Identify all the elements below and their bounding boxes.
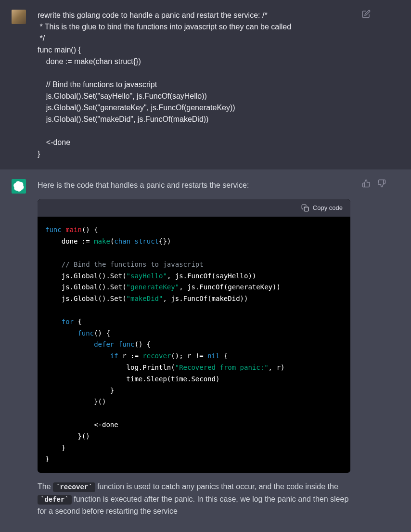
outro-text: The [38,482,53,491]
code-text: <-done [45,421,118,428]
code-builtin: make [94,237,110,245]
code-text: time.Sleep(time.Second) [45,375,219,383]
user-message-content: rewrite this golang code to handle a pan… [38,10,350,160]
code-text: () { [94,329,110,337]
code-text: js.Global().Set( [45,272,127,280]
code-text: { [74,318,82,325]
code-text: js.Global().Set( [45,283,127,291]
code-text: (); r != [171,352,207,360]
code-text: } [45,444,65,452]
code-string: "sayHello" [127,272,167,280]
code-text: {}) [159,237,171,245]
code-kw: func [114,340,134,348]
code-text: done := [45,237,94,245]
thumbs-down-icon[interactable] [377,179,386,188]
code-kw: defer [45,340,114,348]
code-text: , js.FuncOf(sayHello)) [167,272,256,280]
clipboard-icon [301,204,309,212]
code-kw: func [45,329,94,337]
assistant-intro: Here is the code that handles a panic an… [38,179,350,192]
code-text: , js.FuncOf(makeDid)) [163,295,248,302]
code-string: "generateKey" [127,283,180,291]
copy-code-label: Copy code [313,203,343,213]
code-text: r := [118,352,143,360]
code-kw: chan [114,237,130,245]
code-kw: func [45,226,62,234]
code-text: { [219,352,228,360]
code-nil: nil [207,352,219,360]
assistant-outro: The `recover` function is used to catch … [38,480,350,518]
code-builtin: recover [142,352,171,360]
inline-code: `recover` [53,482,95,492]
edit-icon[interactable] [362,10,371,18]
code-text: } [45,387,114,394]
code-text: } [45,455,49,463]
user-text: rewrite this golang code to handle a pan… [38,10,350,160]
code-text: () { [82,226,98,234]
assistant-avatar [12,179,26,194]
code-comment: // Bind the functions to javascript [45,260,204,268]
inline-code: `defer` [38,495,72,505]
assistant-text: Here is the code that handles a panic an… [38,179,350,518]
code-text: }() [45,432,90,440]
code-text: log.Println( [45,363,175,371]
code-block: Copy code func main() { done := make(cha… [38,199,350,473]
outro-text: function is used to catch any panics tha… [95,482,338,491]
code-text: () { [134,340,151,348]
code-text: , js.FuncOf(generateKey)) [179,283,281,291]
user-message-actions [362,10,371,160]
thumbs-up-icon[interactable] [362,179,371,188]
code-string: "Recovered from panic:" [175,363,269,371]
code-body: func main() { done := make(chan struct{}… [38,217,350,473]
code-string: "makeDid" [127,295,163,302]
user-avatar [12,10,26,24]
assistant-message-row: Here is the code that handles a panic an… [0,169,411,532]
code-text: js.Global().Set( [45,295,127,302]
code-text: , r) [269,363,285,371]
code-kw: for [45,318,74,325]
assistant-message-content: Here is the code that handles a panic an… [38,179,350,525]
code-kw: if [45,352,118,360]
svg-rect-0 [304,207,308,211]
outro-text: function is executed after the panic. In… [38,495,348,516]
code-fn: main [65,226,82,234]
copy-code-button[interactable]: Copy code [301,203,343,213]
code-type: struct [130,237,159,245]
code-header: Copy code [38,199,350,217]
user-message-row: rewrite this golang code to handle a pan… [0,0,411,169]
assistant-message-actions [362,179,386,525]
code-text: }() [45,398,106,405]
